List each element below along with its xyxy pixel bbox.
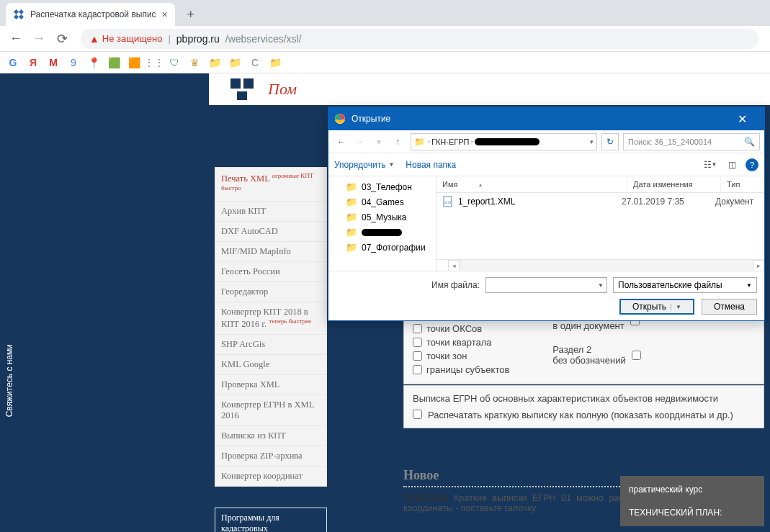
browser-toolbar: ← → ⟳ ▲ Не защищено | pbprog.ru/webservi… xyxy=(0,26,770,52)
site-logo-icon xyxy=(230,78,255,100)
bookmark-gmail-icon[interactable]: M xyxy=(48,57,59,68)
new-tab-button[interactable]: + xyxy=(181,4,201,24)
filename-label: Имя файла: xyxy=(336,280,480,290)
tree-item-phone[interactable]: 📁03_Телефон xyxy=(328,179,436,194)
search-field[interactable]: Поиск: 36_15_2400014 🔍 xyxy=(623,133,760,150)
bookmark-pin-icon[interactable]: 📍 xyxy=(88,57,99,68)
scroll-right-icon[interactable]: ▸ xyxy=(753,260,764,271)
col-type[interactable]: Тип xyxy=(721,176,764,192)
nav-up-button[interactable]: ↑ xyxy=(389,133,406,150)
folder-icon: 📁 xyxy=(346,197,357,207)
cancel-button[interactable]: Отмена xyxy=(702,299,757,315)
reload-button[interactable]: ⟳ xyxy=(52,29,72,49)
bookmark-orange-icon[interactable]: 🟧 xyxy=(128,57,140,68)
chk-points-kvartala[interactable]: точки квартала xyxy=(413,337,509,348)
tab-close-icon[interactable]: × xyxy=(162,9,168,20)
tabstrip: Распечатка кадастровой выпис × + xyxy=(0,0,770,26)
bookmarks-bar: G Я M 9 📍 🟩 🟧 ⋮⋮ 🛡 ♛ 📁 📁 C 📁 xyxy=(0,52,770,73)
brand-word: Пом xyxy=(268,80,297,99)
menu-item-dxf[interactable]: DXF AutoCAD xyxy=(215,221,327,242)
bookmark-c-icon[interactable]: C xyxy=(249,57,261,68)
forward-button[interactable]: → xyxy=(29,29,49,49)
bookmark-nine-icon[interactable]: 9 xyxy=(68,57,79,68)
menu-group-programs[interactable]: Программы для кадастровых xyxy=(215,508,327,532)
help-button[interactable]: ? xyxy=(746,158,758,171)
menu-item-kml[interactable]: KML Google xyxy=(215,354,327,375)
folder-icon: 📁 xyxy=(346,242,357,253)
chevron-down-icon: ▼ xyxy=(746,282,752,289)
tree-item-redacted[interactable]: 📁 xyxy=(328,225,436,240)
bookmark-shield-icon[interactable]: 🛡 xyxy=(169,57,180,68)
menu-item-geoset[interactable]: Геосеть России xyxy=(215,261,327,282)
folder-icon: 📁 xyxy=(346,212,357,222)
menu-item-georedactor[interactable]: Георедактор xyxy=(215,281,327,302)
chk-border-subjects[interactable]: границы субъектов xyxy=(413,364,509,375)
bookmark-green-icon[interactable]: 🟩 xyxy=(108,57,120,68)
bookmark-yandex-icon[interactable]: Я xyxy=(27,57,39,68)
chk-points-oksov[interactable]: точки ОКСов xyxy=(413,323,509,334)
bookmark-google-icon[interactable]: G xyxy=(7,57,19,68)
bookmark-dots-icon[interactable]: ⋮⋮ xyxy=(148,57,160,68)
insecure-badge: ▲ Не защищено xyxy=(89,33,162,45)
menu-item-check-xml[interactable]: Проверка XML xyxy=(215,374,327,395)
address-bar[interactable]: ▲ Не защищено | pbprog.ru/webservices/xs… xyxy=(81,29,758,49)
bookmark-folder3-icon[interactable]: 📁 xyxy=(269,57,281,68)
preview-pane-button[interactable]: ◫ xyxy=(724,157,740,173)
folder-icon: 📁 xyxy=(346,227,357,238)
chevron-icon: › xyxy=(471,138,473,145)
horizontal-scrollbar[interactable]: ◂ ▸ xyxy=(437,259,764,271)
dialog-close-button[interactable]: ✕ xyxy=(726,107,758,130)
filename-input[interactable]: ▼ xyxy=(485,277,607,293)
search-icon: 🔍 xyxy=(744,137,755,147)
bookmark-folder1-icon[interactable]: 📁 xyxy=(209,57,220,68)
view-mode-button[interactable]: ☷ ▼ xyxy=(702,157,718,173)
chk-full-extract[interactable]: Распечатать краткую выписку как полную (… xyxy=(413,410,755,420)
tree-item-games[interactable]: 📁04_Games xyxy=(328,194,436,209)
menu-item-check-zip[interactable]: Проверка ZIP-архива xyxy=(215,446,327,466)
menu-item-print-xml[interactable]: Печать XML огромные КПТ быстро xyxy=(215,167,327,202)
chevron-down-icon[interactable]: ▾ xyxy=(590,138,594,145)
file-type-filter[interactable]: Пользовательские файлы ▼ xyxy=(613,277,757,293)
chevron-down-icon[interactable]: ▼ xyxy=(598,282,604,289)
back-button[interactable]: ← xyxy=(6,29,26,49)
tree-item-music[interactable]: 📁05_Музыка xyxy=(328,209,436,225)
contact-tab[interactable]: Свяжитесь с нами xyxy=(0,333,19,428)
nav-recent-button[interactable]: ▾ xyxy=(370,133,388,150)
menu-item-mif[interactable]: MIF/MID MapInfo xyxy=(215,241,327,262)
split-chevron-icon[interactable]: ▼ xyxy=(671,304,681,310)
browser-tab[interactable]: Распечатка кадастровой выпис × xyxy=(6,3,175,26)
menu-item-converter2018[interactable]: Конвертер КПТ 2018 в КПТ 2016 г. теперь … xyxy=(215,302,327,335)
dialog-titlebar: Открытие ✕ xyxy=(328,107,764,130)
warning-icon: ▲ xyxy=(89,33,99,45)
crumb-redacted xyxy=(475,138,540,145)
chevron-icon: › xyxy=(428,138,430,145)
crumb-gkn[interactable]: ГКН-ЕГРП xyxy=(431,137,470,146)
menu-item-vypiska[interactable]: Выписка из КПТ xyxy=(215,425,327,446)
tab-title: Распечатка кадастровой выпис xyxy=(30,9,156,19)
organize-menu[interactable]: Упорядочить▼ xyxy=(334,160,394,170)
menu-item-converter-coord[interactable]: Конвертер координат xyxy=(215,466,327,487)
tree-item-photos[interactable]: 📁07_Фотографии xyxy=(328,240,436,255)
addr-host: pbprog.ru xyxy=(176,33,220,45)
ad-banner[interactable]: практический курс ТЕХНИЧЕСКИЙ ПЛАН: xyxy=(620,476,764,526)
file-row[interactable]: xml 1_report1.XML 27.01.2019 7:35 Докуме… xyxy=(437,193,764,210)
scroll-left-icon[interactable]: ◂ xyxy=(448,260,460,271)
bookmark-folder2-icon[interactable]: 📁 xyxy=(229,57,241,68)
menu-item-archive[interactable]: Архив КПТ xyxy=(215,201,327,222)
nav-forward-button[interactable]: → xyxy=(352,133,369,150)
breadcrumb[interactable]: 📁 › ГКН-ЕГРП › ▾ xyxy=(411,133,597,150)
col-date[interactable]: Дата изменения xyxy=(627,176,721,192)
nav-back-button[interactable]: ← xyxy=(333,133,350,150)
open-button[interactable]: Открыть▼ xyxy=(619,299,694,315)
new-folder-button[interactable]: Новая папка xyxy=(406,160,456,170)
menu-item-shp[interactable]: SHP ArcGis xyxy=(215,334,327,355)
refresh-button[interactable]: ↻ xyxy=(601,133,619,150)
chk-points-zon[interactable]: точки зон xyxy=(413,351,509,361)
menu-item-converter-egrn[interactable]: Конвертер ЕГРН в XML 2016 xyxy=(215,395,327,426)
svg-rect-6 xyxy=(237,91,247,100)
col-name[interactable]: Имя▴ xyxy=(437,176,627,192)
folder-icon: 📁 xyxy=(414,137,425,147)
file-list: Имя▴ Дата изменения Тип xml 1_report1.XM… xyxy=(437,176,764,271)
chk-section2[interactable]: Раздел 2 без обозначений xyxy=(552,344,640,366)
bookmark-crown-icon[interactable]: ♛ xyxy=(189,57,200,68)
